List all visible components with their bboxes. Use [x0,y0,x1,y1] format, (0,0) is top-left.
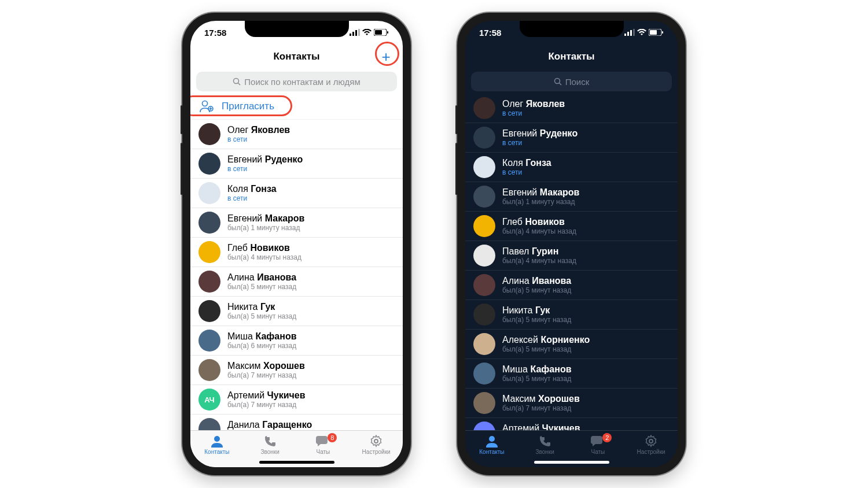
contact-row[interactable]: Павел Гуринбыл(а) 4 минуты назад [465,241,678,271]
contact-status: был(а) 5 минут назад [502,286,571,294]
contact-status: был(а) 4 минуты назад [502,227,576,235]
contact-status: был(а) 7 минут назад [227,371,305,379]
contact-row[interactable]: Максим Хорошевбыл(а) 7 минут назад [190,356,403,385]
add-contact-button[interactable]: + [377,48,395,65]
contact-status: был(а) 5 минут назад [502,316,571,324]
invite-label: Пригласить [222,101,274,112]
contact-row[interactable]: Евгений Макаровбыл(а) 1 минуту назад [465,182,678,212]
contact-text: Никита Гукбыл(а) 5 минут назад [227,301,296,321]
screen-light: 17:58 Контакты + Поиск по кон [190,21,403,467]
contact-row[interactable]: Миша Кафановбыл(а) 5 минут назад [465,359,678,389]
tab-calls-label: Звонки [535,449,554,455]
contact-row[interactable]: Евгений Макаровбыл(а) 1 минуту назад [190,208,403,238]
contact-row[interactable]: Евгений Руденков сети [190,149,403,179]
search-input[interactable]: Поиск по контактам и людям [196,72,397,91]
home-indicator[interactable] [534,461,609,464]
contact-name: Олег Яковлев [502,98,565,109]
contact-row[interactable]: АЧАртемий Чукичевбыл(а) 7 минут назад [465,418,678,430]
contact-row[interactable]: Олег Яковлевв сети [465,94,678,123]
contact-text: Никита Гукбыл(а) 5 минут назад [502,305,571,324]
contact-status: в сети [227,165,303,173]
contact-name: Евгений Руденко [227,154,303,165]
contact-name: Олег Яковлев [227,124,290,135]
contact-row[interactable]: Миша Кафановбыл(а) 6 минут назад [190,326,403,356]
screen-dark: 17:58 Контакты Поиск Олег Яковлевв сетиЕ… [465,21,678,467]
avatar [198,330,220,352]
contact-row[interactable]: Евгений Руденков сети [465,123,678,153]
contact-name: Артемий Чукичев [502,423,580,430]
contact-row[interactable]: Алексей Корниенкобыл(а) 5 минут назад [465,330,678,359]
contact-name: Миша Кафанов [502,364,571,375]
contact-row[interactable]: Коля Гонзав сети [190,179,403,208]
contact-row[interactable]: Никита Гукбыл(а) 5 минут назад [190,297,403,326]
avatar [473,363,495,385]
svg-point-24 [489,436,495,442]
battery-icon [649,29,664,36]
contact-row[interactable]: Алина Ивановабыл(а) 5 минут назад [190,267,403,297]
contact-text: Олег Яковлевв сети [502,98,565,118]
svg-rect-18 [633,29,635,36]
tab-chats[interactable]: Чаты 8 [297,434,350,455]
contact-row[interactable]: Коля Гонзав сети [465,153,678,182]
avatar [473,304,495,326]
contact-name: Артемий Чукичев [227,390,306,401]
search-placeholder: Поиск по контактам и людям [244,77,360,87]
tab-settings[interactable]: Настройки [624,434,678,455]
chats-badge: 8 [328,433,337,442]
contact-text: Глеб Новиковбыл(а) 4 минуты назад [502,216,576,236]
signal-icon [350,29,360,36]
contact-list-dark[interactable]: Олег Яковлевв сетиЕвгений Руденков сетиК… [465,94,678,430]
tab-settings[interactable]: Настройки [350,434,403,455]
tab-settings-label: Настройки [637,449,665,455]
contact-list-light[interactable]: Олег Яковлевв сетиЕвгений Руденков сетиК… [190,120,403,430]
contact-status: в сети [227,194,277,202]
contacts-icon [484,434,499,448]
avatar [198,241,220,263]
contact-name: Максим Хорошев [502,393,580,404]
contact-text: Алина Ивановабыл(а) 5 минут назад [502,275,571,295]
tab-contacts-label: Контакты [204,449,229,455]
svg-point-13 [214,436,220,442]
contact-text: Евгений Макаровбыл(а) 1 минуту назад [502,187,579,206]
contact-row[interactable]: Никита Гукбыл(а) 5 минут назад [465,300,678,330]
contact-status: в сети [502,139,578,147]
phone-dark: 17:58 Контакты Поиск Олег Яковлевв сетиЕ… [457,13,686,475]
status-icons [350,29,389,36]
svg-point-7 [234,79,239,84]
contact-row[interactable]: Максим Хорошевбыл(а) 7 минут назад [465,389,678,418]
phone-light: 17:58 Контакты + Поиск по кон [182,13,411,475]
status-time: 17:58 [204,28,226,38]
contact-row[interactable]: Глеб Новиковбыл(а) 4 минуты назад [465,212,678,241]
phone-icon [263,434,278,448]
contact-status: был(а) 4 минуты назад [502,257,576,265]
home-indicator[interactable] [259,461,334,464]
contact-name: Алина Иванова [227,272,296,283]
avatar [198,359,220,381]
tab-chats[interactable]: Чаты 2 [572,434,625,455]
contact-row[interactable]: АЧАртемий Чукичевбыл(а) 7 минут назад [190,385,403,415]
avatar [198,212,220,234]
contact-text: Миша Кафановбыл(а) 6 минут назад [227,331,296,350]
tab-contacts[interactable]: Контакты [190,434,244,455]
contact-row[interactable]: Олег Яковлевв сети [190,120,403,149]
contact-text: Данила Гаращенкобыл(а) 9 минут назад [227,419,312,430]
invite-button[interactable]: Пригласить [190,94,403,120]
tab-calls[interactable]: Звонки [244,434,297,455]
avatar [198,182,220,204]
tab-chats-label: Чаты [591,449,605,455]
contact-text: Артемий Чукичевбыл(а) 7 минут назад [502,423,580,430]
tab-contacts[interactable]: Контакты [465,434,518,455]
tab-chats-label: Чаты [316,449,330,455]
contact-name: Миша Кафанов [227,331,296,342]
wifi-icon [637,29,646,36]
contact-row[interactable]: Глеб Новиковбыл(а) 4 минуты назад [190,238,403,267]
svg-rect-17 [630,30,632,36]
contact-row[interactable]: Данила Гаращенкобыл(а) 9 минут назад [190,415,403,430]
tab-contacts-label: Контакты [479,449,504,455]
contact-name: Евгений Макаров [227,213,304,224]
tab-calls[interactable]: Звонки [518,434,572,455]
search-input[interactable]: Поиск [471,72,672,91]
contact-text: Евгений Макаровбыл(а) 1 минуту назад [227,213,304,232]
svg-point-9 [203,101,208,106]
contact-row[interactable]: Алина Ивановабыл(а) 5 минут назад [465,271,678,300]
